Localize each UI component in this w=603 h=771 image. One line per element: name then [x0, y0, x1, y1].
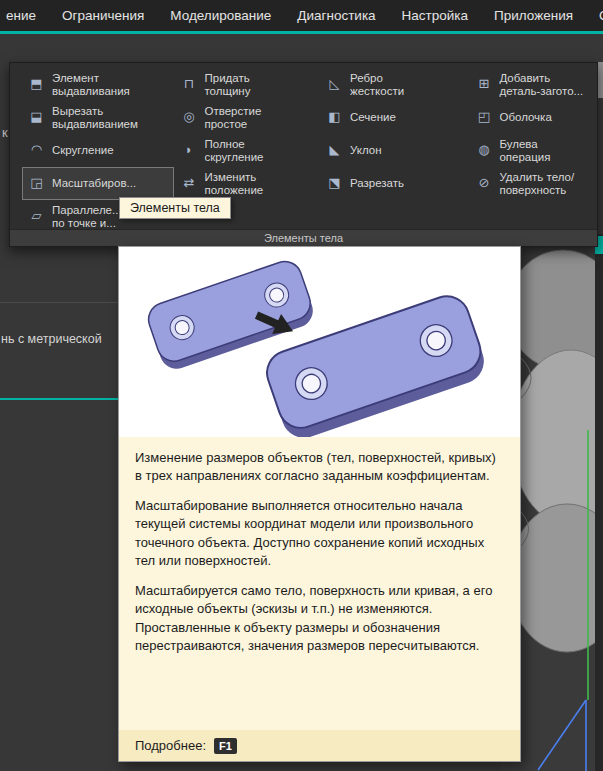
tool-label: Элемент выдавливания [52, 72, 130, 98]
tool-split[interactable]: ⬔ Разрезать [320, 167, 469, 200]
left-partial-text: к [2, 125, 8, 140]
f1-key-badge: F1 [214, 738, 237, 754]
scale-icon: ◲ [28, 176, 45, 191]
tool-label: Булева операция [499, 138, 550, 164]
rib-icon: ◺ [326, 77, 343, 92]
tool-add-blank-part[interactable]: ⊞ Добавить деталь-загото... [469, 68, 597, 101]
accent-divider [0, 31, 603, 34]
section-icon: ◧ [326, 110, 343, 125]
more-info-label: Подробнее: [135, 738, 206, 753]
menu-item-applications[interactable]: Приложения [490, 6, 577, 25]
menu-item-modeling[interactable]: Моделирование [166, 6, 275, 25]
tool-full-round-fillet[interactable]: ◗ Полное скругление [174, 134, 320, 167]
tool-label: Изменить положение [204, 171, 263, 197]
tool-label: Ребро жесткости [350, 72, 404, 98]
tool-label: Уклон [350, 144, 382, 157]
tool-label: Разрезать [350, 177, 404, 190]
menu-item-window[interactable]: Окн [595, 6, 603, 25]
menu-item-diagnostics[interactable]: Диагностика [293, 6, 379, 25]
vertical-scrollbar[interactable] [595, 234, 603, 771]
hover-hint-label: Элементы тела [119, 197, 231, 219]
scaling-illustration [119, 247, 520, 437]
cut-extrude-icon: ⬓ [28, 110, 45, 125]
tool-label: Вырезать выдавливанием [52, 105, 138, 131]
tool-simple-hole[interactable]: ◎ Отверстие простое [174, 101, 320, 134]
tool-label: Оболочка [499, 111, 551, 124]
tool-boolean[interactable]: ◍ Булева операция [469, 134, 597, 167]
thicken-icon: ⊓ [180, 77, 197, 92]
menu-item-constraints[interactable]: Ограничения [58, 6, 148, 25]
body-elements-flyout-panel: ⬒ Элемент выдавливания ⬓ Вырезать выдавл… [9, 62, 598, 247]
boolean-icon: ◍ [475, 143, 492, 158]
popup-illustration-area [119, 247, 520, 437]
left-option-text: нь с метрической [1, 332, 102, 346]
left-accent-line [0, 398, 118, 400]
tool-shell[interactable]: ◰ Оболочка [469, 101, 597, 134]
tool-thicken[interactable]: ⊓ Придать толщину [174, 68, 320, 101]
tool-label: Удалить тело/ поверхность [499, 171, 574, 197]
panel-group-title: Элементы тела [10, 229, 597, 246]
tool-cut-extrude[interactable]: ⬓ Вырезать выдавливанием [22, 101, 174, 134]
description-paragraph: Масштабирование выполняется относительно… [135, 497, 504, 571]
extrude-element-icon: ⬒ [28, 77, 45, 92]
shell-icon: ◰ [475, 110, 492, 125]
change-position-icon: ⇄ [180, 176, 197, 191]
tool-extrude-element[interactable]: ⬒ Элемент выдавливания [22, 68, 174, 101]
full-round-fillet-icon: ◗ [180, 143, 197, 158]
tool-change-position[interactable]: ⇄ Изменить положение [174, 167, 320, 200]
tool-label: Параллеле... по точке и... [52, 204, 122, 230]
description-paragraph: Изменение размеров объектов (тел, поверх… [135, 449, 504, 486]
tool-rib[interactable]: ◺ Ребро жесткости [320, 68, 469, 101]
box-by-point-icon: ▱ [28, 209, 45, 224]
menubar: ение Ограничения Моделирование Диагности… [0, 0, 603, 31]
description-paragraph: Масштабируется само тело, поверхность ил… [135, 582, 504, 656]
split-icon: ⬔ [326, 176, 343, 191]
menu-item-settings[interactable]: Настройка [398, 6, 472, 25]
tool-label: Полное скругление [204, 138, 263, 164]
tool-label: Масштабиров... [52, 177, 136, 190]
tool-label: Сечение [350, 111, 396, 124]
tool-delete-body-surface[interactable]: ⊘ Удалить тело/ поверхность [469, 167, 597, 200]
tool-label: Скругление [52, 144, 114, 157]
simple-hole-icon: ◎ [180, 110, 197, 125]
add-blank-part-icon: ⊞ [475, 77, 492, 92]
delete-body-surface-icon: ⊘ [475, 176, 492, 191]
draft-icon: ◣ [326, 143, 343, 158]
tool-label: Отверстие простое [204, 105, 261, 131]
tool-label: Добавить деталь-загото... [499, 72, 583, 98]
popup-description: Изменение размеров объектов (тел, поверх… [119, 437, 520, 730]
fillet-icon: ◠ [28, 143, 45, 158]
left-divider-line [0, 302, 118, 303]
popup-footer: Подробнее: F1 [119, 730, 520, 761]
tool-scale[interactable]: ◲ Масштабиров... [22, 167, 174, 200]
tool-label: Придать толщину [204, 72, 250, 98]
app-window: ение Ограничения Моделирование Диагности… [0, 0, 603, 771]
tool-description-popup: Изменение размеров объектов (тел, поверх… [118, 246, 521, 762]
menu-item-drawing[interactable]: ение [2, 6, 40, 25]
tool-section[interactable]: ◧ Сечение [320, 101, 469, 134]
tool-draft[interactable]: ◣ Уклон [320, 134, 469, 167]
tool-fillet[interactable]: ◠ Скругление [22, 134, 174, 167]
